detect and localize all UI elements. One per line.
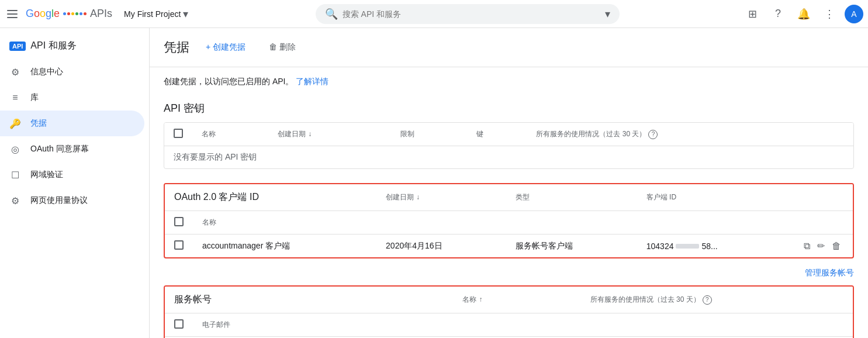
- project-selector[interactable]: My First Project ▾: [119, 5, 193, 23]
- oauth-row-created: 2020年4月16日: [376, 234, 506, 258]
- oauth-check-col: [165, 211, 193, 234]
- search-input[interactable]: [343, 9, 565, 19]
- dot-green: [75, 12, 78, 15]
- oauth-row-name: accountmanager 客户端: [193, 234, 376, 258]
- created-col-header: 创建日期↓: [268, 123, 390, 146]
- apps-icon[interactable]: ⊞: [742, 4, 763, 25]
- service-accounts-table: 服务帐号 名称↑ 所有服务的使用情况（过去 30 天）? 电子邮件: [164, 285, 854, 338]
- create-credentials-button[interactable]: + 创建凭据: [199, 37, 253, 57]
- sidebar-item-usage[interactable]: ⚙ 网页使用量协议: [0, 188, 144, 213]
- help-icon[interactable]: ?: [767, 4, 789, 25]
- sidebar-header: API API 和服务: [0, 33, 149, 59]
- dot-blue: [63, 12, 66, 15]
- dot-red: [67, 12, 70, 15]
- usage-col-header: 所有服务的使用情况（过去 30 天）?: [527, 123, 853, 146]
- sa-usage-col-header: 所有服务的使用情况（过去 30 天）?: [581, 287, 805, 313]
- search-icon: 🔍: [325, 8, 338, 20]
- sa-title: 服务帐号: [174, 294, 212, 304]
- api-keys-table: 名称 创建日期↓ 限制 键 所有服务的使用情况（过去 30 天）? 没有要显示的…: [164, 122, 854, 169]
- key-col-header: 键: [467, 123, 527, 146]
- usage-icon: ⚙: [9, 195, 21, 206]
- sidebar-item-credentials[interactable]: 🔑 凭据: [0, 111, 144, 136]
- sa-usage-col: [581, 313, 805, 337]
- limit-col-header: 限制: [391, 123, 467, 146]
- sa-name-col-header: 名称↑: [453, 287, 580, 313]
- api-badge: API: [9, 42, 26, 51]
- help-icon-sa[interactable]: ?: [703, 295, 712, 305]
- select-all-checkbox[interactable]: [174, 129, 183, 138]
- google-apis-logo: Google APIs: [26, 8, 112, 20]
- sa-check-col: [165, 313, 193, 337]
- sort-icon: ↓: [308, 130, 312, 138]
- manage-service-accounts-link[interactable]: 管理服务帐号: [805, 268, 854, 278]
- api-keys-section: API 密钥 名称 创建日期↓ 限制 键 所有服务的使用情况（过去 30 天）?: [164, 101, 854, 169]
- main-layout: API API 和服务 ⚙ 信息中心 ≡ 库 🔑 凭据 ◎ OAuth 同意屏幕…: [0, 28, 868, 338]
- oauth-row: accountmanager 客户端 2020年4月16日 服务帐号客户端 10…: [165, 234, 853, 258]
- library-icon: ≡: [9, 92, 21, 104]
- oauth-clientid-col: 客户端 ID: [637, 184, 792, 211]
- search-bar: 🔍 ▾: [316, 4, 620, 24]
- sidebar-item-info[interactable]: ⚙ 信息中心: [0, 59, 144, 85]
- info-text: 创建凭据，以访问您已启用的 API。 了解详情: [164, 77, 854, 87]
- oauth-created-col2: [376, 211, 506, 234]
- api-keys-empty-row: 没有要显示的 API 密钥: [164, 146, 853, 169]
- dot-yellow: [71, 12, 74, 15]
- sidebar-item-domain[interactable]: ☐ 网域验证: [0, 162, 144, 188]
- sa-title-row: 服务帐号 名称↑ 所有服务的使用情况（过去 30 天）?: [165, 287, 853, 313]
- sa-email-col: 电子邮件: [193, 313, 453, 337]
- sidebar-item-label: 凭据: [30, 118, 47, 129]
- sidebar-item-label: OAuth 同意屏幕: [30, 144, 89, 154]
- oauth-select-all-checkbox[interactable]: [174, 217, 184, 226]
- sidebar-item-oauth[interactable]: ◎ OAuth 同意屏幕: [0, 136, 144, 162]
- apis-text: APIs: [90, 8, 112, 20]
- sidebar-item-label: 网页使用量协议: [30, 195, 88, 206]
- sa-title-cell: 服务帐号: [165, 287, 453, 313]
- oauth-type-col: 类型: [506, 184, 637, 211]
- delete-row-icon[interactable]: 🗑: [829, 239, 843, 253]
- delete-button[interactable]: 🗑 删除: [262, 37, 303, 57]
- oauth-created-col: 创建日期↓: [376, 184, 506, 211]
- api-keys-title: API 密钥: [164, 101, 854, 115]
- copy-icon[interactable]: ⧉: [801, 239, 812, 253]
- info-icon: ⚙: [9, 66, 21, 78]
- oauth-checkbox[interactable]: [174, 240, 184, 250]
- help-icon-api[interactable]: ?: [648, 130, 658, 139]
- sidebar-title: API 和服务: [30, 40, 76, 52]
- sidebar-item-label: 网域验证: [30, 170, 63, 180]
- menu-icon[interactable]: [5, 7, 19, 21]
- oauth-section-title-cell: OAuth 2.0 客户端 ID: [165, 184, 376, 211]
- sa-select-all-checkbox[interactable]: [174, 319, 184, 329]
- oauth-row-checkbox: [165, 234, 193, 258]
- search-expand-icon: ▾: [605, 8, 610, 20]
- project-name: My First Project: [124, 9, 181, 19]
- oauth-title: OAuth 2.0 客户端 ID: [174, 192, 259, 202]
- credentials-icon: 🔑: [9, 118, 21, 129]
- oauth-header-row: OAuth 2.0 客户端 ID 创建日期↓ 类型 客户端 ID: [165, 184, 853, 211]
- api-keys-header-row: 名称 创建日期↓ 限制 键 所有服务的使用情况（过去 30 天）?: [164, 123, 853, 146]
- oauth-col-header-row: 名称: [165, 211, 853, 234]
- dot-red2: [84, 12, 87, 15]
- content-header: 凭据 + 创建凭据 🗑 删除: [150, 28, 868, 67]
- oauth-table: OAuth 2.0 客户端 ID 创建日期↓ 类型 客户端 ID 名称: [164, 183, 854, 258]
- sort-icon-oauth: ↓: [416, 193, 420, 201]
- oauth-section: OAuth 2.0 客户端 ID 创建日期↓ 类型 客户端 ID 名称: [164, 183, 854, 258]
- sidebar: API API 和服务 ⚙ 信息中心 ≡ 库 🔑 凭据 ◎ OAuth 同意屏幕…: [0, 28, 150, 338]
- oauth-action-col2: [792, 211, 853, 234]
- oauth-action-col: [792, 184, 853, 211]
- sa-name-col: [453, 313, 580, 337]
- sidebar-item-library[interactable]: ≡ 库: [0, 85, 144, 111]
- learn-more-link[interactable]: 了解详情: [296, 77, 328, 86]
- avatar[interactable]: A: [845, 5, 863, 23]
- google-logo-text: Google: [26, 8, 60, 20]
- sa-col-header-row: 电子邮件: [165, 313, 853, 337]
- service-accounts-section: 管理服务帐号 服务帐号 名称↑ 所有服务的使用情况（过去 30 天）?: [164, 273, 854, 338]
- notification-icon[interactable]: 🔔: [793, 4, 814, 25]
- oauth-clientid-col2: [637, 211, 792, 234]
- topbar-left: Google APIs My First Project ▾: [5, 5, 193, 23]
- sa-action-col: [805, 313, 853, 337]
- masked-client-id: 104324 58...: [646, 242, 783, 251]
- checkbox-col-header: [164, 123, 192, 146]
- more-options-icon[interactable]: ⋮: [819, 4, 840, 25]
- oauth-icon: ◎: [9, 143, 21, 155]
- edit-icon[interactable]: ✏: [815, 239, 827, 253]
